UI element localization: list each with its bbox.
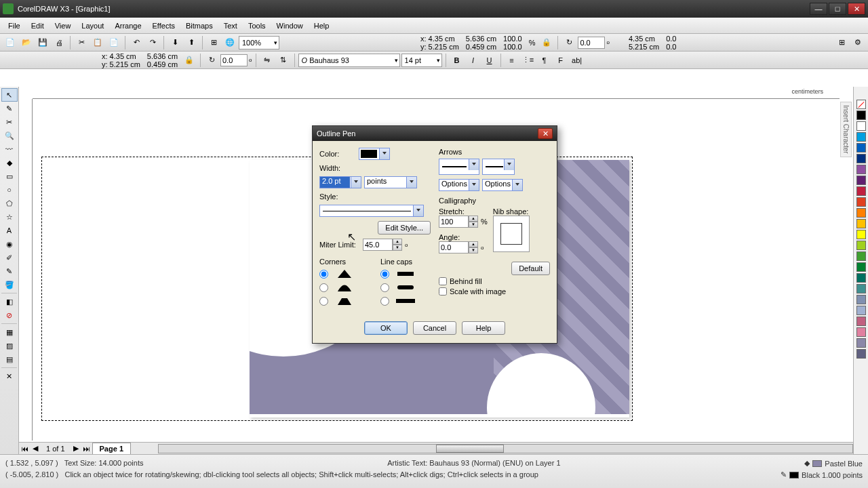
menu-text[interactable]: Text	[218, 20, 243, 32]
cancel-button[interactable]: Cancel	[413, 321, 456, 335]
behind-fill-checkbox[interactable]	[439, 277, 447, 285]
delete-icon[interactable]: ✕	[1, 369, 18, 383]
smart-fill-icon[interactable]: ◆	[1, 156, 18, 169]
menu-view[interactable]: View	[50, 20, 77, 32]
miter-limit-spinner[interactable]: ▲▼	[363, 239, 402, 251]
export-icon[interactable]: ⬆	[184, 35, 199, 50]
color-swatch[interactable]	[856, 208, 866, 218]
text-tool-icon[interactable]: A	[1, 224, 18, 237]
corel-online-icon[interactable]: 🌐	[222, 35, 237, 50]
color-swatch[interactable]	[856, 317, 866, 326]
cap-flat-radio[interactable]	[380, 270, 389, 279]
close-button[interactable]: ✕	[848, 3, 865, 15]
polygon-tool-icon[interactable]: ⬠	[1, 197, 18, 210]
style-dropdown[interactable]	[319, 205, 424, 217]
help-button[interactable]: Help	[462, 321, 505, 335]
interactive-fill-icon[interactable]: ◧	[1, 295, 18, 308]
fill-swatch[interactable]	[812, 460, 822, 467]
freehand-tool-icon[interactable]: 〰	[1, 142, 18, 156]
edit-style-button[interactable]: Edit Style...	[378, 221, 431, 235]
lock-ratio-icon-2[interactable]: 🔒	[182, 53, 197, 68]
mirror-v-icon[interactable]: ⇅	[276, 53, 291, 68]
cut-icon[interactable]: ✂	[74, 35, 89, 50]
arrow-end-options[interactable]: Options	[482, 179, 523, 191]
smart-drawing-icon[interactable]: ▨	[1, 339, 18, 352]
dropcap-icon[interactable]: ¶	[537, 53, 552, 68]
menu-tools[interactable]: Tools	[243, 20, 271, 32]
redo-icon[interactable]: ↷	[145, 35, 160, 50]
arrow-start-dropdown[interactable]	[439, 159, 479, 175]
char-format-icon[interactable]: F	[553, 53, 568, 68]
color-swatch[interactable]	[856, 186, 866, 196]
width-input[interactable]: 2.0 pt	[319, 176, 361, 188]
color-swatch[interactable]	[856, 306, 866, 315]
mirror-h-icon[interactable]: ⇋	[260, 53, 275, 68]
bullets-icon[interactable]: ⋮≡	[521, 53, 536, 68]
app-launcher-icon[interactable]: ⊞	[206, 35, 221, 50]
copy-icon[interactable]: 📋	[90, 35, 105, 50]
first-page-button[interactable]: ⏮	[19, 445, 30, 453]
nib-shape-preview[interactable]	[493, 216, 530, 252]
no-fill-icon[interactable]: ⊘	[1, 308, 18, 322]
position-readout-2[interactable]: x: 4.35 cmy: 5.215 cm	[102, 52, 140, 68]
menu-edit[interactable]: Edit	[26, 20, 50, 32]
prev-page-button[interactable]: ◀	[30, 444, 41, 453]
new-icon[interactable]: 📄	[3, 35, 18, 50]
arrow-end-dropdown[interactable]	[482, 159, 515, 175]
menu-layout[interactable]: Layout	[76, 20, 109, 32]
outline-tool-icon[interactable]: ✎	[1, 264, 18, 278]
color-swatch[interactable]	[856, 143, 866, 152]
cap-square-radio[interactable]	[380, 297, 389, 306]
size-readout-2[interactable]: 5.636 cm0.459 cm	[147, 52, 178, 68]
arrow-start-options[interactable]: Options	[439, 179, 479, 191]
default-button[interactable]: Default	[511, 262, 550, 275]
snap-icon[interactable]: ⊞	[834, 35, 849, 50]
rectangle-tool-icon[interactable]: ▭	[1, 169, 18, 183]
cap-round-radio[interactable]	[380, 283, 389, 292]
pick-tool-icon[interactable]: ↖	[1, 88, 18, 102]
rotate-input-2[interactable]	[220, 54, 248, 66]
zoom-tool-icon[interactable]: 🔍	[1, 129, 18, 142]
scrollbar-thumb[interactable]	[436, 445, 504, 453]
no-color-swatch[interactable]	[856, 100, 866, 109]
menu-help[interactable]: Help	[309, 20, 335, 32]
next-page-button[interactable]: ▶	[71, 444, 81, 453]
page-tab[interactable]: Page 1	[92, 443, 131, 454]
menu-bitmaps[interactable]: Bitmaps	[180, 20, 218, 32]
ellipse-tool-icon[interactable]: ○	[1, 183, 18, 197]
color-swatch[interactable]	[856, 295, 866, 304]
width-unit-dropdown[interactable]: points	[364, 176, 417, 188]
maximize-button[interactable]: □	[829, 3, 846, 15]
stretch-spinner[interactable]: ▲▼	[439, 216, 478, 228]
menu-effects[interactable]: Effects	[147, 20, 180, 32]
scale-with-image-checkbox[interactable]	[439, 287, 447, 296]
color-swatch[interactable]	[856, 338, 866, 348]
eyedropper-tool-icon[interactable]: ✐	[1, 251, 18, 264]
shape-tool-icon[interactable]: ✎	[1, 102, 18, 115]
dialog-titlebar[interactable]: Outline Pen ✕	[313, 126, 557, 141]
vertical-ruler[interactable]	[19, 99, 33, 441]
minimize-button[interactable]: —	[810, 3, 827, 15]
color-swatch[interactable]	[856, 132, 866, 142]
menu-file[interactable]: File	[3, 20, 26, 32]
ok-button[interactable]: OK	[364, 321, 408, 335]
color-picker[interactable]	[359, 148, 390, 160]
horizontal-ruler[interactable]: centimeters	[33, 87, 840, 99]
bold-icon[interactable]: B	[450, 53, 465, 68]
basic-shapes-icon[interactable]: ☆	[1, 210, 18, 224]
font-size-dropdown[interactable]: 14 pt	[401, 54, 442, 67]
color-swatch[interactable]	[856, 230, 866, 239]
color-swatch[interactable]	[856, 284, 866, 293]
lock-ratio-icon[interactable]: 🔒	[539, 35, 554, 50]
horizontal-scrollbar[interactable]	[158, 444, 853, 453]
underline-icon[interactable]: U	[482, 53, 497, 68]
color-swatch[interactable]	[856, 176, 866, 185]
zoom-dropdown[interactable]: 100%	[239, 36, 279, 49]
last-page-button[interactable]: ⏭	[81, 445, 92, 453]
open-icon[interactable]: 📂	[19, 35, 34, 50]
color-swatch[interactable]	[856, 197, 866, 207]
color-swatch[interactable]	[856, 273, 866, 283]
interactive-blend-icon[interactable]: ◉	[1, 237, 18, 251]
rotate-input[interactable]	[578, 37, 605, 49]
color-swatch[interactable]	[856, 110, 866, 120]
